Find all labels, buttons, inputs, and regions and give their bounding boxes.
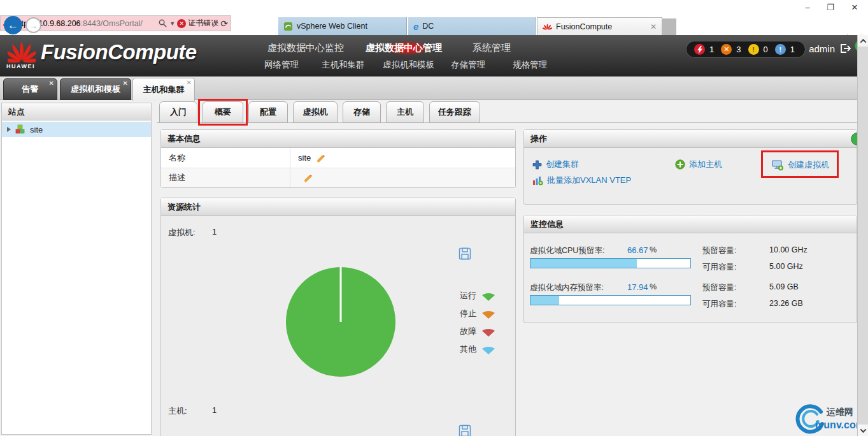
- major-alarm-icon: ✕: [721, 44, 732, 55]
- logout-icon[interactable]: [839, 42, 851, 55]
- vm-count-value: 1: [212, 227, 217, 236]
- sidebar: 站点 site: [1, 103, 152, 435]
- browser-tab-dc[interactable]: e DC: [408, 17, 536, 35]
- screen: – ❐ ✕ ← → https://10.9.68.206:8443/OmsPo…: [0, 0, 868, 436]
- batch-add-vtep-link[interactable]: 批量添加VXLAN VTEP: [532, 175, 631, 186]
- name-label: 名称: [161, 148, 290, 168]
- back-button[interactable]: ←: [4, 16, 22, 34]
- legend-stopped: 停止: [460, 308, 497, 319]
- nav-system-manage[interactable]: 系统管理: [473, 42, 511, 54]
- app-brand: FusionCompute: [41, 40, 197, 64]
- mem-available-label: 可用容量:: [702, 299, 736, 310]
- scroll-down-arrow[interactable]: [858, 425, 868, 436]
- nav-network-manage[interactable]: 网络管理: [264, 59, 299, 71]
- pie-legend: 运行 停止 故障 其他: [439, 290, 497, 355]
- minimize-button[interactable]: –: [797, 1, 818, 14]
- name-value: site: [298, 153, 311, 163]
- edit-pencil-icon[interactable]: [316, 153, 326, 163]
- url-dropdown-icon[interactable]: ▼: [169, 20, 175, 27]
- cert-error-label[interactable]: 证书错误: [188, 18, 218, 29]
- cpu-reserve-rate-label: 虚拟化域CPU预留率:: [530, 245, 604, 256]
- major-alarm-count: 3: [736, 45, 741, 54]
- tab-storage[interactable]: 存储: [343, 101, 381, 123]
- description-row: 描述: [161, 168, 515, 187]
- search-icon[interactable]: [158, 18, 167, 28]
- legend-fan-icon: [480, 344, 497, 355]
- legend-other: 其他: [460, 344, 497, 355]
- tab-vms[interactable]: 虚拟机: [293, 101, 338, 123]
- nav-host-cluster[interactable]: 主机和集群: [322, 59, 365, 71]
- mem-available-value: 23.26 GB: [769, 299, 803, 308]
- ie-tab-icon: e: [413, 21, 418, 32]
- description-label: 描述: [161, 168, 290, 187]
- alarm-summary-pill[interactable]: 1 ✕ 3 ! 0 ! 1: [686, 41, 806, 58]
- mem-reserved-value: 5.09 GB: [769, 282, 799, 291]
- resource-stats-title: 资源统计: [161, 198, 515, 216]
- cpu-reserve-rate-unit: %: [650, 245, 657, 254]
- name-row: 名称 site: [161, 148, 515, 168]
- refresh-icon[interactable]: ⟳: [220, 18, 228, 29]
- vm-status-pie-chart: [285, 266, 397, 378]
- nav-vdc-monitor[interactable]: 虚拟数据中心监控: [267, 42, 344, 54]
- critical-alarm-icon: [694, 44, 705, 55]
- maximize-button[interactable]: ❐: [820, 1, 841, 14]
- monitoring-title: 监控信息: [524, 215, 857, 233]
- create-cluster-link[interactable]: 创建集群: [532, 159, 579, 170]
- close-button[interactable]: ✕: [844, 1, 865, 14]
- nav-spec-manage[interactable]: 规格管理: [513, 59, 547, 71]
- create-vm-icon: [772, 160, 784, 171]
- browser-navbar: ← → https://10.9.68.206:8443/OmsPortal/ …: [0, 15, 868, 35]
- cpu-reserved-value: 10.00 GHz: [769, 245, 808, 254]
- nav-vm-template[interactable]: 虚拟机和模板: [383, 59, 434, 71]
- add-host-link[interactable]: 添加主机: [675, 159, 722, 170]
- mem-reserve-progressbar: [530, 295, 691, 305]
- bar-chart-plus-icon: [532, 175, 543, 185]
- workspace-tab-vm-template[interactable]: 虚拟机和模板✕: [60, 78, 131, 100]
- vm-count-label: 虚拟机:: [168, 227, 196, 238]
- critical-alarm-count: 1: [709, 45, 714, 54]
- sidebar-item-label: site: [30, 125, 43, 134]
- vertical-scrollbar[interactable]: [857, 35, 868, 436]
- tab-task-tracking[interactable]: 任务跟踪: [429, 101, 480, 123]
- browser-tab-vsphere[interactable]: vSphere Web Client: [278, 17, 407, 35]
- mem-reserve-rate-value: 17.94: [627, 282, 648, 292]
- nav-storage-manage[interactable]: 存储管理: [451, 59, 485, 71]
- operations-title: 操作: [524, 130, 857, 148]
- save-chart-icon[interactable]: [459, 247, 471, 260]
- tab-close-icon[interactable]: ✕: [650, 22, 657, 31]
- mem-reserved-label: 预留容量:: [702, 282, 736, 293]
- mem-reserve-rate-unit: %: [650, 282, 657, 291]
- site-cube-icon: [15, 124, 25, 134]
- create-vm-link[interactable]: 创建虚拟机: [772, 159, 829, 171]
- tab-configuration[interactable]: 配置: [248, 101, 288, 123]
- sidebar-title: 站点: [2, 103, 151, 120]
- tab-getting-started[interactable]: 入门: [159, 101, 197, 123]
- cpu-reserve-rate-value: 66.67: [627, 245, 648, 255]
- workspace-tab-host-cluster[interactable]: 主机和集群✕: [132, 78, 195, 101]
- current-user-label[interactable]: admin: [809, 43, 835, 54]
- tab-summary[interactable]: 概要: [203, 101, 243, 123]
- workspace-tabstrip: 告警✕ 虚拟机和模板✕ 主机和集群✕: [0, 76, 868, 100]
- new-tab-stub[interactable]: [662, 18, 676, 35]
- legend-fan-icon: [480, 309, 497, 319]
- workspace-tab-alarms[interactable]: 告警✕: [3, 78, 57, 100]
- forward-button[interactable]: →: [25, 17, 41, 33]
- tab-close-icon[interactable]: ✕: [187, 79, 192, 86]
- tab-hosts[interactable]: 主机: [386, 101, 424, 123]
- save-chart-icon[interactable]: [459, 425, 471, 436]
- nav-vdc-manage[interactable]: 虚拟数据中心管理: [366, 42, 442, 54]
- host-count-label: 主机:: [168, 405, 187, 417]
- expand-arrow-icon[interactable]: [7, 127, 11, 132]
- edit-pencil-icon[interactable]: [303, 173, 313, 183]
- plus-icon: [532, 160, 542, 170]
- tab-close-icon[interactable]: ✕: [123, 80, 128, 87]
- scroll-up-arrow[interactable]: [858, 35, 868, 47]
- huawei-logo-icon: [8, 39, 36, 63]
- browser-tab-fusioncompute[interactable]: FusionCompute ✕: [537, 17, 662, 35]
- cpu-reserve-progress-fill: [530, 259, 637, 268]
- green-plus-circle-icon: [675, 159, 685, 170]
- warning-alarm-icon: !: [775, 44, 786, 55]
- mem-reserve-progress-fill: [530, 296, 559, 305]
- tab-close-icon[interactable]: ✕: [49, 80, 54, 87]
- sidebar-item-site[interactable]: site: [2, 122, 151, 137]
